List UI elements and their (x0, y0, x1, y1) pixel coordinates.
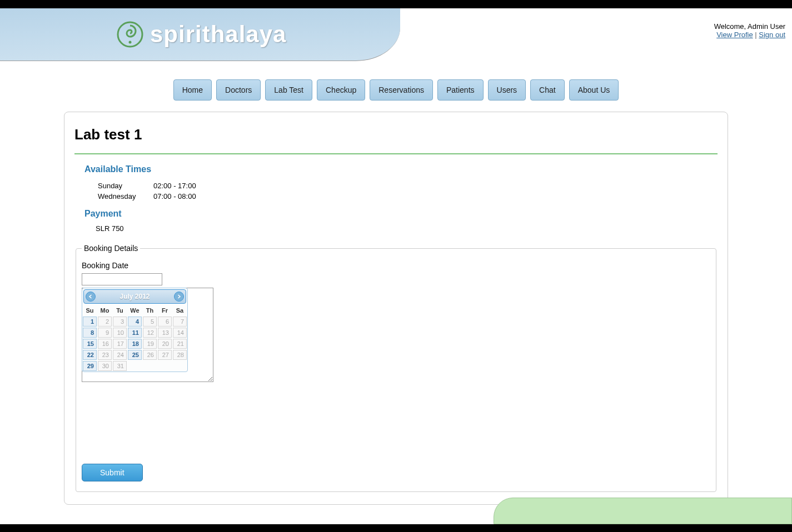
available-times-heading: Available Times (84, 164, 718, 174)
calendar-day[interactable]: 1 (83, 317, 97, 327)
calendar-day: 9 (98, 328, 112, 338)
booking-legend: Booking Details (82, 244, 140, 253)
next-month-icon[interactable] (174, 292, 184, 302)
datepicker-title: July 2012 (84, 293, 186, 300)
calendar-day: 28 (173, 350, 187, 360)
available-times-table: Sunday 02:00 - 17:00 Wednesday 07:00 - 0… (97, 180, 197, 202)
calendar-day: 30 (98, 361, 112, 371)
calendar-day[interactable]: 11 (128, 328, 142, 338)
calendar-day: 13 (158, 328, 172, 338)
booking-fieldset: Booking Details Booking Date July 2012 (76, 244, 716, 492)
datepicker-table: SuMoTuWeThFrSa 1234567891011121314151617… (82, 305, 187, 372)
payment-heading: Payment (84, 209, 718, 219)
table-row: Wednesday 07:00 - 08:00 (98, 192, 196, 201)
page-title: Lab test 1 (74, 126, 718, 154)
calendar-day: 21 (173, 339, 187, 349)
calendar-day: 16 (98, 339, 112, 349)
calendar-day: 27 (158, 350, 172, 360)
welcome-text: Welcome, Admin User (714, 22, 785, 31)
nav-doctors[interactable]: Doctors (216, 79, 261, 101)
day-header: Su (82, 305, 97, 316)
day-header: Sa (172, 305, 187, 316)
calendar-day[interactable]: 8 (83, 328, 97, 338)
calendar-day: 7 (173, 317, 187, 327)
nav-patients[interactable]: Patients (437, 79, 484, 101)
booking-date-input[interactable] (82, 273, 162, 285)
view-profile-link[interactable]: View Profie (716, 31, 753, 39)
nav-bar: Home Doctors Lab Test Checkup Reservatio… (0, 79, 792, 101)
nav-home[interactable]: Home (173, 79, 212, 101)
datepicker-header: July 2012 (83, 289, 186, 304)
nav-checkup[interactable]: Checkup (317, 79, 365, 101)
time-cell: 07:00 - 08:00 (153, 192, 196, 201)
payment-value: SLR 750 (96, 224, 718, 233)
logo-icon (117, 21, 143, 48)
calendar-day[interactable]: 25 (128, 350, 142, 360)
calendar-day[interactable]: 18 (128, 339, 142, 349)
calendar-day[interactable]: 29 (83, 361, 97, 371)
footer-green-panel (494, 498, 792, 521)
calendar-day: 6 (158, 317, 172, 327)
top-black-bar (0, 0, 792, 8)
sign-out-link[interactable]: Sign out (759, 31, 785, 39)
nav-about-us[interactable]: About Us (569, 79, 619, 101)
logo-text: spirithalaya (150, 21, 286, 48)
calendar-day: 5 (143, 317, 157, 327)
content-panel: Lab test 1 Available Times Sunday 02:00 … (64, 112, 728, 505)
svg-point-1 (129, 41, 132, 44)
prev-month-icon[interactable] (86, 292, 96, 302)
calendar-day: 12 (143, 328, 157, 338)
calendar-day[interactable]: 22 (83, 350, 97, 360)
day-cell: Sunday (98, 181, 152, 190)
day-header: We (127, 305, 142, 316)
time-cell: 02:00 - 17:00 (153, 181, 196, 190)
day-cell: Wednesday (98, 192, 152, 201)
user-info: Welcome, Admin User View Profie | Sign o… (714, 8, 792, 39)
calendar-day: 3 (113, 317, 127, 327)
booking-date-label: Booking Date (82, 261, 710, 270)
calendar-day: 2 (98, 317, 112, 327)
calendar-day[interactable]: 4 (128, 317, 142, 327)
calendar-day: 19 (143, 339, 157, 349)
calendar-day: 31 (113, 361, 127, 371)
header-banner: spirithalaya (0, 8, 400, 61)
date-picker: July 2012 SuMoTuWeThFrSa 123456789101112… (82, 288, 188, 372)
calendar-day: 14 (173, 328, 187, 338)
calendar-day: 17 (113, 339, 127, 349)
table-row: Sunday 02:00 - 17:00 (98, 181, 196, 190)
calendar-day: 23 (98, 350, 112, 360)
nav-lab-test[interactable]: Lab Test (265, 79, 312, 101)
submit-button[interactable]: Submit (82, 464, 143, 481)
day-header: Mo (97, 305, 112, 316)
day-header: Th (142, 305, 157, 316)
day-header: Tu (112, 305, 127, 316)
calendar-day: 10 (113, 328, 127, 338)
calendar-day[interactable]: 15 (83, 339, 97, 349)
nav-chat[interactable]: Chat (530, 79, 565, 101)
nav-reservations[interactable]: Reservations (370, 79, 433, 101)
nav-users[interactable]: Users (488, 79, 526, 101)
day-header: Fr (157, 305, 172, 316)
calendar-day: 26 (143, 350, 157, 360)
calendar-day: 20 (158, 339, 172, 349)
calendar-day: 24 (113, 350, 127, 360)
